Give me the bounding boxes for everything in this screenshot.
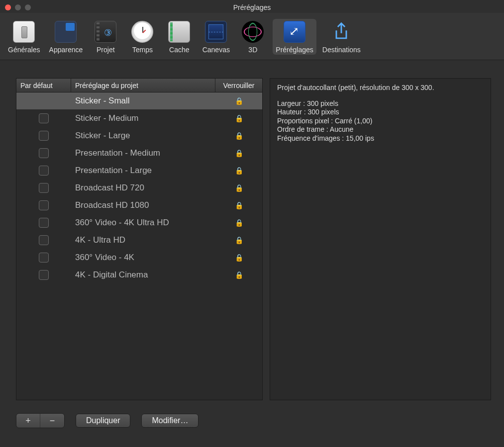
close-window-button[interactable]: [5, 4, 11, 10]
toolbar-destinations[interactable]: Destinations: [319, 19, 364, 55]
default-cell: [16, 166, 71, 176]
toolbar-prereglages[interactable]: Préréglages: [273, 19, 316, 55]
default-checkbox[interactable]: [39, 270, 49, 280]
lock-icon: 🔒: [235, 167, 243, 175]
default-checkbox[interactable]: [39, 218, 49, 228]
add-preset-button[interactable]: +: [16, 414, 40, 428]
default-checkbox[interactable]: [39, 113, 49, 123]
lock-cell: 🔒: [215, 97, 262, 105]
detail-line: Hauteur : 300 pixels: [277, 108, 484, 117]
default-cell: [16, 218, 71, 228]
lock-icon: 🔒: [235, 236, 243, 244]
lock-cell: 🔒: [215, 201, 262, 209]
default-cell: [16, 148, 71, 158]
table-row[interactable]: Presentation - Large🔒: [16, 162, 262, 179]
toolbar-label: Canevas: [202, 46, 230, 54]
default-checkbox[interactable]: [39, 235, 49, 245]
toolbar-generales[interactable]: Générales: [5, 19, 43, 55]
preset-name: Sticker - Small: [71, 96, 215, 106]
table-row[interactable]: Sticker - Medium🔒: [16, 110, 262, 127]
col-header-name[interactable]: Préréglage du projet: [71, 79, 215, 92]
table-row[interactable]: Presentation - Medium🔒: [16, 145, 262, 162]
default-checkbox[interactable]: [39, 166, 49, 176]
titlebar: Préréglages: [0, 0, 504, 13]
minimize-window-button[interactable]: [15, 4, 21, 10]
default-cell: [16, 131, 71, 141]
modify-button[interactable]: Modifier…: [141, 414, 199, 428]
table-row[interactable]: 4K - Digital Cinema🔒: [16, 267, 262, 284]
appearance-icon: [55, 21, 77, 43]
window-title: Préréglages: [0, 3, 504, 11]
detail-line: Largeur : 300 pixels: [277, 99, 484, 108]
default-checkbox[interactable]: [39, 131, 49, 141]
toolbar-canevas[interactable]: Canevas: [199, 19, 233, 55]
lock-icon: 🔒: [235, 132, 243, 140]
lock-cell: 🔒: [215, 114, 262, 122]
toolbar-label: 3D: [248, 46, 257, 54]
lock-cell: 🔒: [215, 184, 262, 192]
default-checkbox[interactable]: [39, 200, 49, 210]
drive-icon: [168, 21, 190, 43]
lock-icon: 🔒: [235, 114, 243, 122]
lock-icon: 🔒: [235, 149, 243, 157]
default-checkbox[interactable]: [39, 148, 49, 158]
duplicate-button[interactable]: Dupliquer: [76, 414, 130, 428]
default-checkbox[interactable]: [39, 253, 49, 263]
table-body[interactable]: Sticker - Small🔒Sticker - Medium🔒Sticker…: [16, 92, 262, 400]
share-icon: [330, 21, 352, 43]
col-header-default[interactable]: Par défaut: [16, 79, 71, 92]
toolbar-label: Préréglages: [276, 46, 313, 54]
toolbar-apparence[interactable]: Apparence: [46, 19, 86, 55]
preset-name: Broadcast HD 1080: [71, 200, 215, 210]
default-checkbox[interactable]: [39, 183, 49, 193]
table-row[interactable]: Broadcast HD 720🔒: [16, 179, 262, 197]
preset-name: Presentation - Medium: [71, 148, 215, 158]
default-cell: [16, 235, 71, 245]
switch-icon: [13, 21, 35, 43]
table-row[interactable]: 360° Video - 4K🔒: [16, 249, 262, 267]
preset-name: Sticker - Large: [71, 131, 215, 141]
preset-name: Presentation - Large: [71, 166, 215, 176]
lock-icon: 🔒: [235, 271, 243, 279]
preset-name: 4K - Digital Cinema: [71, 270, 215, 280]
detail-line: Ordre de trame : Aucune: [277, 125, 484, 134]
lock-cell: 🔒: [215, 254, 262, 262]
zoom-window-button[interactable]: [25, 4, 31, 10]
preset-name: 360° Video - 4K: [71, 253, 215, 263]
table-row[interactable]: 360° Video - 4K Ultra HD🔒: [16, 214, 262, 232]
detail-line: Proportions pixel : Carré (1,00): [277, 117, 484, 126]
toolbar-label: Apparence: [49, 46, 83, 54]
preset-description: Projet d'autocollant (petit), résolution…: [277, 84, 484, 92]
toolbar-temps[interactable]: Temps: [125, 19, 159, 55]
toolbar-label: Générales: [8, 46, 40, 54]
remove-preset-button[interactable]: −: [40, 414, 64, 428]
table-row[interactable]: Broadcast HD 1080🔒: [16, 197, 262, 214]
default-cell: [16, 253, 71, 263]
preset-details-pane: Projet d'autocollant (petit), résolution…: [270, 78, 491, 400]
lock-cell: 🔒: [215, 149, 262, 157]
default-cell: [16, 270, 71, 280]
toolbar-projet[interactable]: Projet: [89, 19, 122, 55]
preset-name: Broadcast HD 720: [71, 183, 215, 193]
lock-cell: 🔒: [215, 236, 262, 244]
detail-line: Fréquence d'images : 15,00 ips: [277, 134, 484, 143]
lock-icon: 🔒: [235, 184, 243, 192]
toolbar-label: Destinations: [322, 46, 361, 54]
lock-cell: 🔒: [215, 132, 262, 140]
film-icon: [95, 21, 116, 43]
toolbar-label: Projet: [97, 46, 115, 54]
canvas-icon: [205, 21, 227, 43]
stopwatch-icon: [131, 21, 153, 43]
bottom-bar: + − Dupliquer Modifier…: [0, 410, 504, 440]
presets-icon: [284, 21, 305, 43]
lock-cell: 🔒: [215, 167, 262, 175]
lock-icon: 🔒: [235, 201, 243, 209]
toolbar-cache[interactable]: Cache: [162, 19, 196, 55]
col-header-lock[interactable]: Verrouiller: [215, 79, 262, 92]
toolbar-3d[interactable]: 3D: [236, 19, 270, 55]
table-row[interactable]: Sticker - Small🔒: [16, 92, 262, 110]
table-row[interactable]: Sticker - Large🔒: [16, 127, 262, 145]
table-row[interactable]: 4K - Ultra HD🔒: [16, 232, 262, 249]
default-cell: [16, 200, 71, 210]
lock-icon: 🔒: [235, 254, 243, 262]
